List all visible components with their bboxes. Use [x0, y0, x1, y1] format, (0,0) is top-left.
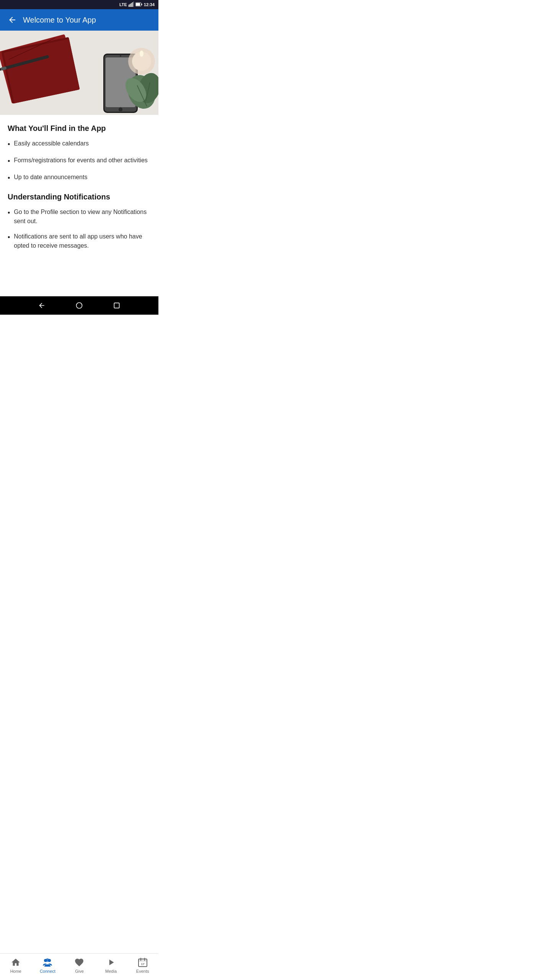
- svg-point-38: [77, 303, 82, 309]
- main-content: What You'll Find in the App Easily acces…: [0, 115, 158, 266]
- svg-rect-0: [129, 5, 129, 7]
- notification-item-1: Go to the Profile section to view any No…: [14, 207, 151, 226]
- hero-image: [0, 31, 158, 115]
- status-bar: LTE 12:34: [0, 0, 158, 9]
- svg-rect-39: [114, 303, 119, 308]
- section2-list: Go to the Profile section to view any No…: [8, 207, 151, 250]
- bullet-item-1: Easily accessible calendars: [14, 139, 89, 148]
- list-item: Go to the Profile section to view any No…: [8, 207, 151, 226]
- svg-rect-1: [130, 4, 130, 7]
- svg-rect-6: [136, 3, 140, 6]
- recents-system-button[interactable]: [112, 301, 121, 310]
- time-display: 12:34: [144, 2, 155, 7]
- battery-icon: [135, 2, 142, 7]
- bullet-item-2: Forms/registrations for events and other…: [14, 156, 147, 165]
- svg-rect-4: [133, 2, 134, 7]
- svg-rect-7: [141, 3, 142, 5]
- back-system-button[interactable]: [37, 301, 46, 310]
- status-icons: LTE 12:34: [119, 2, 155, 8]
- section2-title: Understanding Notifications: [8, 193, 151, 201]
- svg-point-24: [140, 51, 143, 57]
- network-indicator: LTE: [119, 2, 127, 7]
- page-title: Welcome to Your App: [23, 16, 152, 24]
- system-nav-bar: [0, 296, 158, 315]
- list-item: Up to date announcements: [8, 173, 151, 183]
- desk-scene: [0, 31, 158, 115]
- svg-point-20: [118, 107, 123, 112]
- section1-list: Easily accessible calendars Forms/regist…: [8, 139, 151, 183]
- list-item: Notifications are sent to all app users …: [8, 232, 151, 250]
- home-system-button[interactable]: [75, 301, 84, 310]
- signal-icon: [129, 2, 134, 8]
- list-item: Forms/registrations for events and other…: [8, 156, 151, 167]
- svg-rect-2: [131, 3, 132, 7]
- content-wrapper: What You'll Find in the App Easily acces…: [0, 115, 158, 296]
- svg-point-21: [120, 55, 121, 57]
- notification-item-2: Notifications are sent to all app users …: [14, 232, 151, 250]
- svg-rect-3: [132, 2, 133, 7]
- back-button[interactable]: [6, 14, 18, 26]
- list-item: Easily accessible calendars: [8, 139, 151, 150]
- bullet-item-3: Up to date announcements: [14, 173, 87, 182]
- section1-title: What You'll Find in the App: [8, 124, 151, 133]
- top-nav-bar: Welcome to Your App: [0, 9, 158, 31]
